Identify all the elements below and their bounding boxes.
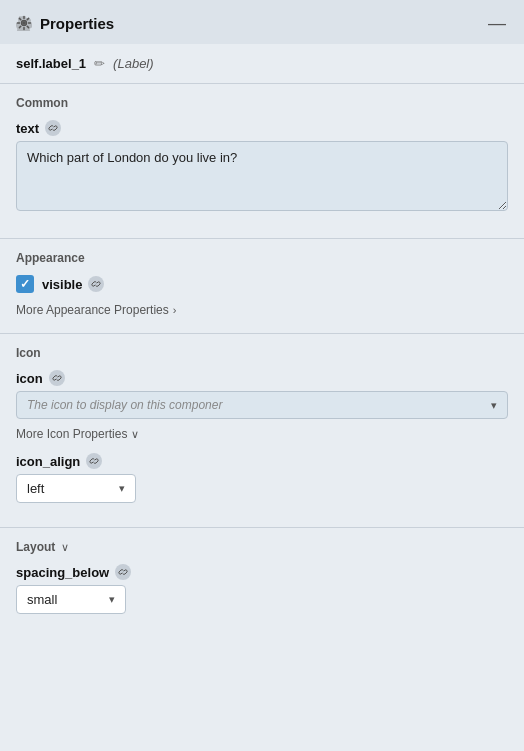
gear-icon xyxy=(16,15,32,31)
icon-align-arrow: ▾ xyxy=(119,482,125,495)
icon-align-dropdown[interactable]: left ▾ xyxy=(16,474,136,503)
chevron-down-icon: ∨ xyxy=(131,428,139,441)
icon-prop-label: icon xyxy=(16,370,508,386)
icon-placeholder: The icon to display on this componer xyxy=(27,398,222,412)
spacing-below-prop-row: spacing_below small ▾ xyxy=(16,564,508,614)
visible-label: visible xyxy=(42,276,104,292)
more-appearance-label: More Appearance Properties xyxy=(16,303,169,317)
more-icon-label: More Icon Properties xyxy=(16,427,127,441)
properties-panel: Properties — self.label_1 ✏ (Label) Comm… xyxy=(0,0,524,751)
panel-title: Properties xyxy=(40,15,114,32)
minimize-button[interactable]: — xyxy=(486,14,508,32)
spacing-below-label: spacing_below xyxy=(16,564,508,580)
label-type: (Label) xyxy=(113,56,153,71)
appearance-section-title: Appearance xyxy=(16,251,508,265)
text-link-icon[interactable] xyxy=(45,120,61,136)
visible-label-text: visible xyxy=(42,277,82,292)
icon-align-prop-row: icon_align left ▾ xyxy=(16,453,508,503)
edit-pencil-icon[interactable]: ✏ xyxy=(94,56,105,71)
layout-title-row[interactable]: Layout ∨ xyxy=(16,540,508,554)
common-section: Common text Which part of London do you … xyxy=(0,84,524,239)
icon-link-icon[interactable] xyxy=(49,370,65,386)
icon-dropdown-arrow: ▾ xyxy=(491,399,497,412)
text-prop-textarea[interactable]: Which part of London do you live in? xyxy=(16,141,508,211)
self-label-name: self.label_1 xyxy=(16,56,86,71)
icon-section-title: Icon xyxy=(16,346,508,360)
icon-section: Icon icon The icon to display on this co… xyxy=(0,334,524,528)
more-appearance-button[interactable]: More Appearance Properties › xyxy=(16,303,176,317)
text-prop-row: text Which part of London do you live in… xyxy=(16,120,508,214)
appearance-section: Appearance visible More Appearance Prope… xyxy=(0,239,524,334)
icon-align-value: left xyxy=(27,481,44,496)
common-section-title: Common xyxy=(16,96,508,110)
layout-title: Layout xyxy=(16,540,55,554)
layout-section: Layout ∨ spacing_below small ▾ xyxy=(0,528,524,638)
spacing-below-arrow: ▾ xyxy=(109,593,115,606)
self-label-row: self.label_1 ✏ (Label) xyxy=(0,44,524,84)
chevron-right-icon: › xyxy=(173,304,177,316)
text-prop-label: text xyxy=(16,120,508,136)
visible-prop-row: visible xyxy=(16,275,508,293)
icon-align-link-icon[interactable] xyxy=(86,453,102,469)
text-label-text: text xyxy=(16,121,39,136)
panel-header: Properties — xyxy=(0,0,524,44)
spacing-below-dropdown[interactable]: small ▾ xyxy=(16,585,126,614)
icon-align-label: icon_align xyxy=(16,453,508,469)
icon-dropdown[interactable]: The icon to display on this componer ▾ xyxy=(16,391,508,419)
more-icon-button[interactable]: More Icon Properties ∨ xyxy=(16,427,139,441)
icon-label-text: icon xyxy=(16,371,43,386)
layout-chevron-down-icon: ∨ xyxy=(61,541,69,554)
header-left: Properties xyxy=(16,15,114,32)
icon-align-label-text: icon_align xyxy=(16,454,80,469)
visible-checkbox[interactable] xyxy=(16,275,34,293)
spacing-below-label-text: spacing_below xyxy=(16,565,109,580)
icon-prop-row: icon The icon to display on this compone… xyxy=(16,370,508,419)
visible-link-icon[interactable] xyxy=(88,276,104,292)
spacing-below-value: small xyxy=(27,592,57,607)
spacing-below-link-icon[interactable] xyxy=(115,564,131,580)
